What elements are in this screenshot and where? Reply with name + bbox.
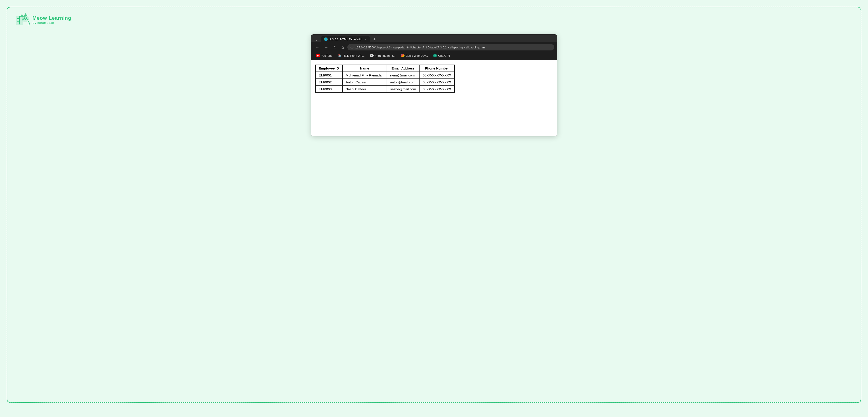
reload-button[interactable]: ↻ [332, 44, 338, 50]
hallo-icon: 📚 [338, 54, 342, 57]
table-row: EMP001Muhamad Firly Ramadanrama@mail.com… [315, 72, 455, 79]
bookmark-github-label: mframadann (... [375, 54, 396, 57]
col-phone: Phone Number [419, 65, 455, 72]
table-cell: sashe@mail.com [387, 86, 419, 93]
new-tab-button[interactable]: + [371, 36, 378, 42]
employee-table: Employee ID Name Email Address Phone Num… [315, 65, 455, 93]
chatgpt-icon: ✦ [433, 54, 437, 57]
bookmark-hallo-label: Hallo From Wri... [343, 54, 365, 57]
home-button[interactable]: ⌂ [340, 44, 345, 50]
logo-text: Meow Learning By mframadan [32, 15, 71, 24]
outer-border: Meow Learning By mframadan ⌄ 🌐 A.3.5.2. … [7, 7, 861, 403]
svg-line-8 [27, 19, 28, 19]
tab-close-button[interactable]: × [364, 38, 367, 41]
logo-area: Meow Learning By mframadan [14, 12, 71, 28]
logo-title: Meow Learning [32, 15, 71, 21]
tab-dropdown-button[interactable]: ⌄ [313, 36, 319, 42]
svg-marker-11 [25, 19, 26, 20]
bookmark-chatgpt-label: ChatGPT [438, 54, 450, 57]
address-bar: ← → ↻ ⌂ ⓘ 127.0.0.1:5500/chapter-A.3-tag… [311, 42, 557, 52]
youtube-icon [316, 54, 320, 57]
table-header-row: Employee ID Name Email Address Phone Num… [315, 65, 455, 72]
table-cell: 08XX-XXXX-XXXX [419, 79, 455, 86]
bookmark-github[interactable]: ⚬ mframadann (... [368, 53, 398, 58]
table-cell: EMP001 [315, 72, 342, 79]
back-button[interactable]: ← [314, 44, 321, 50]
bookmark-basic-label: Basic Web Dev... [406, 54, 428, 57]
table-row: EMP003Sashi Catfeersashe@mail.com08XX-XX… [315, 86, 455, 93]
col-name: Name [342, 65, 387, 72]
bookmarks-bar: YouTube 📚 Hallo From Wri... ⚬ mframadann… [311, 52, 557, 60]
table-cell: EMP002 [315, 79, 342, 86]
table-cell: 08XX-XXXX-XXXX [419, 86, 455, 93]
tab-bar: ⌄ 🌐 A.3.5.2. HTML Table With × + [311, 34, 557, 42]
logo-icon [14, 12, 30, 28]
logo-subtitle: By mframadan [32, 21, 71, 24]
table-cell: Anton Catfeer [342, 79, 387, 86]
col-email: Email Address [387, 65, 419, 72]
tab-favicon-icon: 🌐 [324, 37, 328, 41]
table-cell: rama@mail.com [387, 72, 419, 79]
tab-title: A.3.5.2. HTML Table With [330, 38, 362, 41]
svg-point-6 [26, 18, 27, 19]
browser-window: ⌄ 🌐 A.3.5.2. HTML Table With × + ← → ↻ ⌂… [311, 34, 557, 136]
table-row: EMP002Anton Catfeeranton@mail.com08XX-XX… [315, 79, 455, 86]
github-icon: ⚬ [370, 54, 374, 57]
address-input-wrap[interactable]: ⓘ 127.0.0.1:5500/chapter-A.3-tags-pada-h… [347, 44, 554, 51]
table-cell: Sashi Catfeer [342, 86, 387, 93]
basic-icon [401, 54, 405, 57]
bookmark-youtube-label: YouTube [321, 54, 333, 57]
bookmark-chatgpt[interactable]: ✦ ChatGPT [431, 53, 453, 58]
table-cell: anton@mail.com [387, 79, 419, 86]
forward-button[interactable]: → [323, 44, 330, 50]
col-employee-id: Employee ID [315, 65, 342, 72]
active-tab[interactable]: 🌐 A.3.5.2. HTML Table With × [321, 36, 370, 42]
lock-icon: ⓘ [350, 45, 353, 49]
table-cell: EMP003 [315, 86, 342, 93]
table-cell: Muhamad Firly Ramadan [342, 72, 387, 79]
table-cell: 08XX-XXXX-XXXX [419, 72, 455, 79]
bookmark-youtube[interactable]: YouTube [314, 53, 335, 58]
bookmark-basic[interactable]: Basic Web Dev... [399, 53, 430, 58]
svg-point-5 [24, 18, 25, 19]
address-text: 127.0.0.1:5500/chapter-A.3-tags-pada-htm… [355, 46, 485, 49]
browser-content: Employee ID Name Email Address Phone Num… [311, 60, 557, 136]
svg-line-7 [22, 19, 24, 19]
bookmark-hallo[interactable]: 📚 Hallo From Wri... [336, 53, 367, 58]
